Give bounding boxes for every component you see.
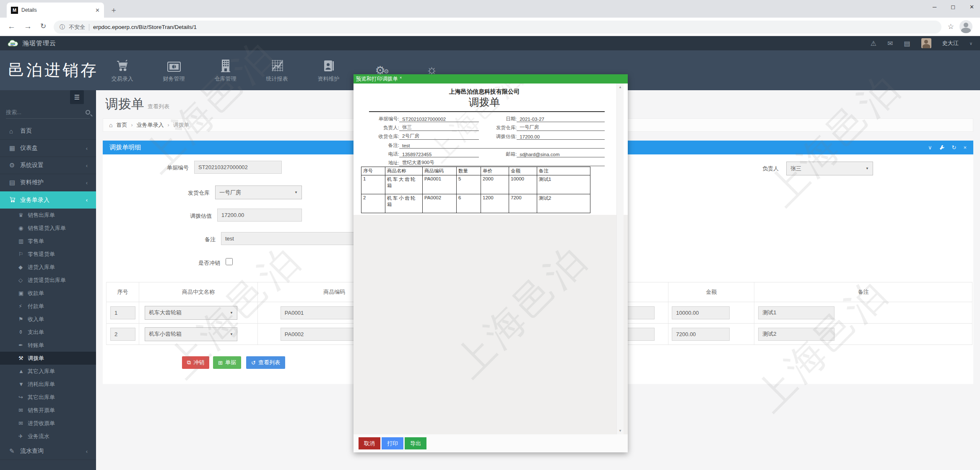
building-icon [220,58,231,72]
row-amount-input[interactable] [672,328,730,341]
preview-document: 上海邑泊信息科技有限公司 调拨单 单据编号:ST20210327000002 日… [354,84,628,215]
sidebar-subitem-purchase-invoice[interactable]: ✉进货收票单 [0,417,96,430]
scroll-up-icon[interactable]: ▲ [617,85,624,89]
user-avatar[interactable] [921,38,931,48]
svg-text:1: 1 [173,65,176,69]
row-product-select[interactable]: 机车小齿轮箱▼ [145,327,237,341]
breadcrumb-business-entry[interactable]: 业务单录入 [136,121,164,129]
eye-icon: ◉ [18,225,28,231]
row-no-input[interactable] [110,328,135,341]
row-note-input[interactable] [758,306,834,319]
doc-no-input[interactable] [194,161,282,174]
field-value: 一号厂房 [517,124,605,131]
modal-scrollbar[interactable]: ▲ ▼ [616,84,624,434]
sidebar-subitem-income[interactable]: ⚑收入单 [0,313,96,326]
window-close-icon[interactable]: ✕ [970,4,974,10]
row-product-select[interactable]: 机车大齿轮箱▼ [145,306,237,320]
home-icon: ⌂ [9,128,20,135]
sidebar-subitem-retail[interactable]: ▥零售单 [0,235,96,248]
mail-icon[interactable]: ✉ [887,39,893,47]
server-list-icon[interactable]: ▤ [904,39,910,47]
sidebar-subitem-sales-invoice[interactable]: ✉销售开票单 [0,404,96,417]
sidebar-subitem-transfer-account[interactable]: ✒转账单 [0,339,96,352]
sidebar-subitem-retail-return[interactable]: ⚐零售退货单 [0,248,96,261]
reload-icon[interactable]: ↻ [40,22,46,31]
row-no-input[interactable] [110,306,135,319]
sidebar-subitem-expense[interactable]: ⚱支出单 [0,326,96,339]
chevron-left-icon: ‹ [86,162,88,169]
url-text[interactable]: erpdoc.epoerp.cn/Biz/StoreTran/Details/1 [93,24,197,30]
page-title: 调拨单查看列表 [105,95,169,113]
top-nav-finance[interactable]: 1 财务管理 [148,50,200,90]
user-name[interactable]: 史大江 [942,39,959,47]
sidebar-subitem-purchase-return-out[interactable]: ◇进货退货出库单 [0,274,96,287]
view-list-button[interactable]: ↺查看列表 [246,356,285,369]
export-button[interactable]: 导出 [405,437,426,449]
refresh-icon[interactable]: ↻ [952,144,957,151]
back-icon[interactable]: ← [8,22,16,31]
sidebar-subitem-payment[interactable]: ⚡付款单 [0,300,96,313]
writeoff-checkbox[interactable] [226,258,233,265]
sidebar-subitem-transfer-order[interactable]: ⚒调拨单 [0,352,96,365]
sidebar-subitem-sales-out[interactable]: ♛销售出库单 [0,209,96,222]
top-nav-transactions[interactable]: 交易录入 [96,50,148,90]
doc-no-label: 单据编号 [105,164,189,172]
top-nav-warehouse[interactable]: 仓库管理 [200,50,251,90]
sidebar-subitem-consume-out[interactable]: ▼消耗出库单 [0,378,96,391]
search-icon[interactable] [86,110,90,115]
collapse-icon[interactable]: ∨ [928,144,932,151]
pen-icon: ✒ [18,342,28,348]
writeoff-button[interactable]: ⧉冲销 [182,356,209,369]
wrench-icon[interactable] [939,145,945,150]
browser-profile-avatar[interactable] [959,20,972,33]
url-bar[interactable]: ⓘ 不安全 erpdoc.epoerp.cn/Biz/StoreTran/Det… [54,21,941,34]
transfer-value-input[interactable] [217,209,302,222]
document-fields: 单据编号:ST20210327000002 日期:2021-03-27 负责人:… [369,113,605,166]
row-amount-input[interactable] [672,306,730,319]
sidebar-item-dashboard[interactable]: ▦仪表盘‹ [0,140,96,157]
field-label: 电话: [369,151,399,157]
from-warehouse-select[interactable]: 一号厂房▼ [215,185,302,199]
ink-icon: ⚱ [18,329,28,335]
sidebar-item-home[interactable]: ⌂首页 [0,123,96,140]
document-button[interactable]: ⊞单据 [213,356,241,369]
sidebar-subitem-other-out[interactable]: ↪其它出库单 [0,391,96,404]
scroll-down-icon[interactable]: ▼ [617,429,624,433]
tab-close-icon[interactable]: ✕ [95,7,100,13]
sidebar-subitem-receipt[interactable]: ▣收款单 [0,287,96,300]
new-tab-button[interactable]: ＋ [110,5,117,15]
transfer-value-label: 调拨估值 [128,212,212,220]
preview-table: 序号 商品名称 商品编码 数量 单价 金额 备注 1 机车大齿轮箱 PA0001… [361,167,590,213]
modal-close-icon[interactable]: × [400,76,402,80]
window-maximize-icon[interactable]: ◻ [951,4,955,10]
sidebar-subitem-sales-return-in[interactable]: ◉销售退货入库单 [0,222,96,235]
manager-select[interactable]: 张三▼ [786,162,873,175]
browser-tab[interactable]: M Details ✕ [7,3,104,18]
info-icon[interactable]: ⓘ [60,24,65,31]
sidebar-subitem-purchase-in[interactable]: ◆进货入库单 [0,261,96,274]
search-input[interactable] [6,109,86,115]
panel-close-icon[interactable]: × [963,144,967,151]
sidebar-item-business-entry[interactable]: 业务单录入‹ [0,191,96,209]
sidebar-item-flow-query[interactable]: ✎流水查询‹ [0,443,96,460]
field-value: ST20210327000002 [399,117,479,122]
divider [369,111,605,112]
window-minimize-icon[interactable]: ─ [933,4,936,10]
sidebar-item-settings[interactable]: ⚙系统设置‹ [0,157,96,174]
breadcrumb-home[interactable]: 首页 [116,121,127,129]
sidebar-subitem-other-in[interactable]: ▲其它入库单 [0,365,96,378]
forward-icon[interactable]: → [24,22,32,31]
user-menu-chevron-icon[interactable]: ∨ [970,41,972,46]
alert-icon[interactable]: ⚠ [871,39,876,47]
preview-row: 2 机车小齿轮箱 PA0002 6 1200 7200 测试2 [361,194,590,213]
bookmark-star-icon[interactable]: ☆ [948,22,954,31]
cancel-button[interactable]: 取消 [359,437,380,449]
sidebar-item-data-maintenance[interactable]: ▤资料维护‹ [0,174,96,191]
sidebar-subitem-business-flow[interactable]: ✈业务流水 [0,430,96,443]
row-note-input[interactable] [758,328,834,341]
top-nav-data[interactable]: 资料维护 [303,50,354,90]
top-nav-reports[interactable]: 统计报表 [251,50,303,90]
sidebar-toggle-button[interactable]: ☰ [70,90,84,104]
print-button[interactable]: 打印 [382,437,403,449]
id-card-icon [323,58,334,72]
